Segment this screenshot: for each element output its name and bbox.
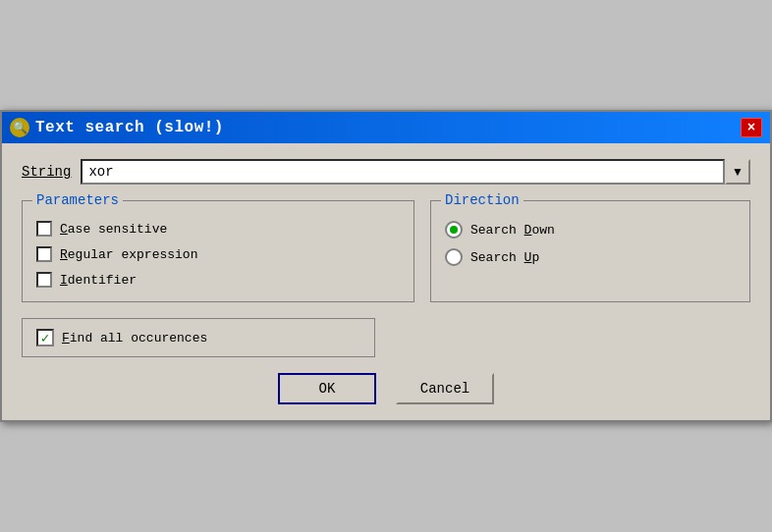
parameters-content: Case sensitive Regular expression Identi…: [36, 221, 400, 288]
case-sensitive-label: Case sensitive: [60, 222, 167, 237]
direction-group: Direction Search Down Search Up: [430, 200, 750, 302]
find-all-label: Find all occurences: [62, 331, 207, 346]
search-down-label: Search Down: [470, 223, 555, 238]
string-dropdown-button[interactable]: ▼: [725, 159, 750, 185]
identifier-checkbox[interactable]: [36, 272, 52, 288]
case-sensitive-checkbox[interactable]: [36, 221, 52, 237]
cancel-button[interactable]: Cancel: [396, 373, 494, 404]
find-all-section: ✓ Find all occurences: [22, 318, 750, 357]
ok-button[interactable]: OK: [278, 373, 376, 404]
find-all-checkbox[interactable]: ✓: [36, 329, 54, 346]
buttons-row: OK Cancel: [22, 373, 750, 404]
search-up-label: Search Up: [470, 250, 539, 265]
identifier-label: Identifier: [60, 273, 137, 288]
search-up-radio[interactable]: [445, 248, 463, 266]
string-label: String: [22, 164, 71, 180]
regular-expression-label: Regular expression: [60, 247, 197, 262]
regular-expression-checkbox[interactable]: [36, 246, 52, 262]
dialog-window: 🔍 Text search (slow!) × String ▼ Paramet…: [0, 110, 772, 422]
search-down-radio[interactable]: [445, 221, 463, 239]
regular-expression-row: Regular expression: [36, 246, 400, 262]
title-bar: 🔍 Text search (slow!) ×: [2, 112, 770, 143]
direction-content: Search Down Search Up: [445, 221, 736, 266]
dialog-body: String ▼ Parameters Case sensitive R: [2, 143, 770, 420]
find-all-box: ✓ Find all occurences: [22, 318, 375, 357]
identifier-row: Identifier: [36, 272, 400, 288]
parameters-group: Parameters Case sensitive Regular expres…: [22, 200, 414, 302]
search-up-row: Search Up: [445, 248, 736, 266]
string-row: String ▼: [22, 159, 750, 185]
title-bar-left: 🔍 Text search (slow!): [10, 118, 224, 137]
string-input-container: ▼: [81, 159, 750, 185]
search-input[interactable]: [81, 159, 725, 185]
direction-title: Direction: [441, 192, 524, 208]
close-button[interactable]: ×: [741, 118, 762, 137]
case-sensitive-row: Case sensitive: [36, 221, 400, 237]
dialog-title: Text search (slow!): [35, 119, 224, 136]
parameters-title: Parameters: [32, 192, 123, 208]
search-down-row: Search Down: [445, 221, 736, 239]
app-icon: 🔍: [10, 118, 29, 137]
panels-row: Parameters Case sensitive Regular expres…: [22, 200, 750, 302]
